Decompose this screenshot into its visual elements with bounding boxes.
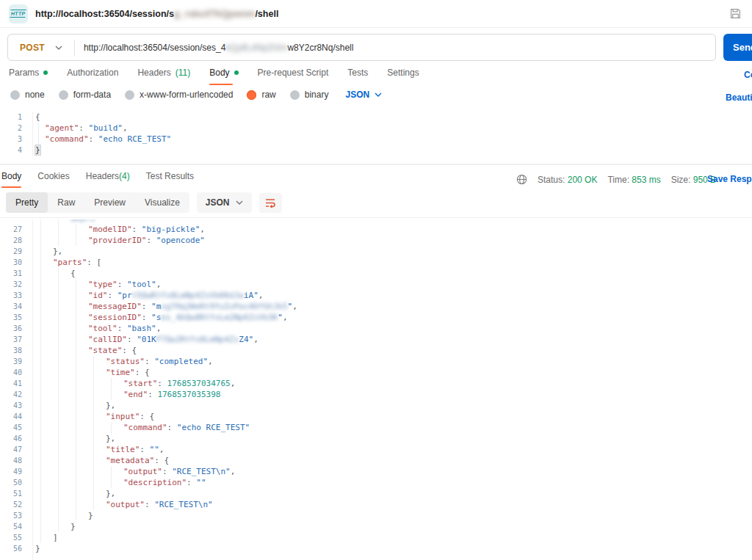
tab-tests[interactable]: Tests [347,68,368,85]
body-type-label: JSON [345,90,369,100]
tab-label: Tests [347,68,368,78]
request-body-editor[interactable]: 1{2"agent": "build",3"command": "echo RC… [0,112,752,156]
code-line: 29}, [0,246,752,257]
code-line: 56} [0,543,752,554]
line-number: 53 [0,510,22,521]
tab-params[interactable]: Params [9,68,48,85]
view-pretty[interactable]: Pretty [6,192,48,213]
radio-label: none [25,90,45,100]
chevron-down-icon [236,200,243,205]
line-number: 56 [0,543,22,554]
top-url-bar: HTTP http://localhost:36504/session/sg_r… [0,0,752,28]
tab-body[interactable]: Body [209,68,238,85]
line-number: 35 [0,312,22,323]
code-line: 35"sessionID": "ses_4bQw8RtYxLm2Np6ZsVb3… [0,312,752,323]
url-input[interactable]: http://localhost:36504/session/ses_4kQy8… [75,43,354,53]
tab-headers[interactable]: Headers(11) [137,68,190,85]
tab-label: Test Results [146,171,194,181]
tab-authorization[interactable]: Authorization [67,68,118,85]
response-body-editor[interactable]: aKpr327"modelID": "big-pickle",28"provid… [0,219,752,560]
view-preview[interactable]: Preview [84,192,135,213]
line-number: 33 [0,290,22,301]
tab-label: Settings [387,68,419,78]
response-status-bar: Status: 200 OK Time: 853 ms Size: 950 B [516,174,716,185]
method-select[interactable]: POST [8,43,74,53]
line-number: 37 [0,334,22,345]
code-line: 54} [0,521,752,532]
radio-icon [59,90,68,100]
code-line: 48"metadata": { [0,455,752,466]
code-line: 44"input": { [0,411,752,422]
response-tabs: BodyCookiesHeaders(4)Test Results [1,171,194,188]
line-number: 27 [0,224,22,235]
wrap-lines-button[interactable] [259,193,282,213]
tab-label: Body [209,68,229,78]
response-view-toolbar: PrettyRawPreviewVisualize JSON [6,192,282,213]
code-line: 47"title": "", [0,444,752,455]
response-tab-headers[interactable]: Headers(4) [86,171,130,188]
redacted-url-segment: g_rsbuXTkQpwnm [174,9,255,19]
line-number: 39 [0,356,22,367]
line-number: 30 [0,257,22,268]
response-tab-cookies[interactable]: Cookies [37,171,69,188]
body-mode-options: noneform-datax-www-form-urlencodedrawbin… [10,90,382,100]
radio-binary[interactable]: binary [290,90,329,100]
response-format-select[interactable]: JSON [197,192,252,213]
code-line: 40"time": { [0,367,752,378]
code-line: 37"callID": "01KF7Qw2RtYx8LmNp4ZsZ4", [0,334,752,345]
code-line: 28"providerID": "opencode" [0,235,752,246]
line-number: 44 [0,411,22,422]
radio-label: form-data [73,90,111,100]
line-number: 54 [0,521,22,532]
request-title-url: http://localhost:36504/session/sg_rsbuXT… [35,9,278,19]
response-tab-body[interactable]: Body [1,171,21,188]
tab-label: Headers [86,171,119,181]
code-line: 45"command": "echo RCE_TEST" [0,422,752,433]
tab-label: Body [1,171,21,181]
redacted-text: t5QwRtYx8LmNp4ZsVb6KdJw [132,291,244,300]
wrap-lines-icon [265,198,276,208]
radio-none[interactable]: none [10,90,45,100]
green-dot-indicator [234,70,239,75]
send-button[interactable]: Send [723,34,752,61]
radio-icon [290,90,300,100]
line-number: 28 [0,235,22,246]
radio-form-data[interactable]: form-data [59,90,111,100]
code-line: 55] [0,532,752,543]
line-number: 41 [0,378,22,389]
gutter-divider [32,219,33,560]
line-number: 46 [0,433,22,444]
code-line: 39"status": "completed", [0,356,752,367]
radio-raw[interactable]: raw [247,90,275,100]
tab-pre-request-script[interactable]: Pre-request Script [258,68,329,85]
view-raw[interactable]: Raw [48,192,84,213]
request-url-bar: POST http://localhost:36504/session/ses_… [7,34,716,61]
code-line: 2"agent": "build", [0,123,752,134]
code-line: 32"type": "tool", [0,279,752,290]
code-line: 33"id": "prt5QwRtYx8LmNp4ZsVb6KdJwiA", [0,290,752,301]
view-visualize[interactable]: Visualize [135,192,189,213]
format-label: JSON [206,197,230,208]
time-badge: Time: 853 ms [607,175,660,185]
tab-count: (4) [119,171,130,181]
code-line: 27"modelID": "big-pickle", [0,224,752,235]
save-icon[interactable] [729,7,742,20]
line-number: 2 [0,123,22,134]
beautify-link[interactable]: Beautify [726,92,752,103]
response-tab-test-results[interactable]: Test Results [146,171,194,188]
tab-label: Params [9,68,39,78]
redacted-text: es_4bQw8RtYxLm2Np6ZsVb3K [161,313,278,322]
line-number: 29 [0,246,22,257]
save-response-link[interactable]: Save Response [707,174,752,184]
tab-label: Cookies [37,171,69,181]
radio-x-www-form-urlencoded[interactable]: x-www-form-urlencoded [125,90,233,100]
code-line: 1{ [0,112,752,123]
code-line: 53} [0,510,752,521]
tab-label: Headers [137,68,170,78]
tab-settings[interactable]: Settings [387,68,419,85]
line-number: 31 [0,268,22,279]
body-type-select[interactable]: JSON [345,90,382,100]
cookies-link[interactable]: Cookies [744,70,752,80]
radio-icon [125,90,134,100]
method-label: POST [20,43,45,53]
